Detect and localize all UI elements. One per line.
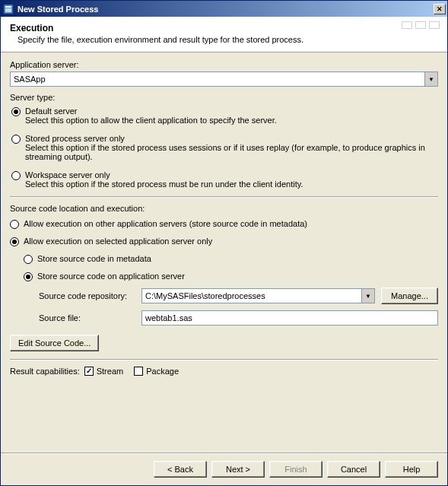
radio-icon xyxy=(10,220,19,229)
radio-default-server[interactable]: Default server Select this option to all… xyxy=(11,106,438,125)
wizard-button-row: < Back Next > Finish Cancel Help xyxy=(1,453,447,485)
radio-icon xyxy=(24,272,33,281)
repo-row: Source code repository: C:\MySASFiles\st… xyxy=(39,287,438,304)
radio-stored-desc: Select this option if the stored process… xyxy=(25,143,438,161)
package-checkbox[interactable] xyxy=(134,367,143,376)
finish-button: Finish xyxy=(269,461,322,478)
radio-store-metadata[interactable]: Store source code in metadata xyxy=(24,254,438,264)
radio-workspace-desc: Select this option if the stored process… xyxy=(25,179,303,189)
repo-value: C:\MySASFiles\storedprocesses xyxy=(142,289,361,303)
window: New Stored Process ✕ Execution Specify t… xyxy=(0,0,448,486)
sourceloc-label: Source code location and execution: xyxy=(10,204,438,213)
form-body: Application server: SASApp ▼ Server type… xyxy=(1,52,447,453)
window-title: New Stored Process xyxy=(17,5,98,14)
radio-icon xyxy=(10,237,19,246)
page-subtitle: Specify the file, execution environment … xyxy=(10,35,438,44)
servertype-label: Server type: xyxy=(10,93,438,102)
radio-store-appserver-label: Store source code on application server xyxy=(37,272,185,281)
radio-icon xyxy=(11,171,21,180)
edit-source-button[interactable]: Edit Source Code... xyxy=(10,335,99,351)
radio-icon xyxy=(11,135,21,144)
radio-other-servers[interactable]: Allow execution on other application ser… xyxy=(10,219,438,229)
radio-icon xyxy=(24,255,33,264)
svg-rect-2 xyxy=(5,8,11,12)
appserver-combobox[interactable]: SASApp ▼ xyxy=(10,71,438,87)
help-button[interactable]: Help xyxy=(385,461,438,478)
radio-store-metadata-label: Store source code in metadata xyxy=(37,254,151,263)
result-capabilities: Result capabilities: Stream Package xyxy=(10,367,438,376)
radio-stored-title: Stored process server only xyxy=(25,134,438,143)
radio-workspace-server[interactable]: Workspace server only Select this option… xyxy=(11,170,438,189)
chevron-down-icon[interactable]: ▼ xyxy=(361,289,374,303)
back-button[interactable]: < Back xyxy=(154,461,207,478)
cancel-button[interactable]: Cancel xyxy=(327,461,380,478)
radio-other-servers-label: Allow execution on other application ser… xyxy=(24,219,307,228)
results-label: Result capabilities: xyxy=(10,367,80,376)
radio-workspace-title: Workspace server only xyxy=(25,170,303,179)
separator xyxy=(10,196,438,198)
header-decor xyxy=(402,21,440,29)
app-icon xyxy=(2,3,14,15)
radio-default-title: Default server xyxy=(25,106,277,116)
header-panel: Execution Specify the file, execution en… xyxy=(1,17,447,52)
radio-default-desc: Select this option to allow the client a… xyxy=(25,116,277,125)
chevron-down-icon[interactable]: ▼ xyxy=(424,72,437,86)
radio-selected-only[interactable]: Allow execution on selected application … xyxy=(10,237,438,246)
next-button[interactable]: Next > xyxy=(211,461,265,478)
titlebar: New Stored Process ✕ xyxy=(1,1,447,17)
package-label: Package xyxy=(146,367,179,376)
radio-store-appserver[interactable]: Store source code on application server xyxy=(24,272,438,281)
page-title: Execution xyxy=(10,23,438,33)
sourcefile-input[interactable]: webtab1.sas xyxy=(141,310,438,326)
separator xyxy=(10,359,438,361)
sourcefile-label: Source file: xyxy=(39,313,141,322)
sourcefile-row: Source file: webtab1.sas xyxy=(39,310,438,326)
radio-icon xyxy=(11,107,21,116)
repo-label: Source code repository: xyxy=(39,291,141,300)
manage-button[interactable]: Manage... xyxy=(381,287,438,304)
appserver-value: SASApp xyxy=(11,72,424,86)
repo-combobox[interactable]: C:\MySASFiles\storedprocesses ▼ xyxy=(141,288,375,303)
stream-label: Stream xyxy=(97,367,123,376)
stream-checkbox[interactable] xyxy=(84,367,94,376)
svg-rect-1 xyxy=(5,6,11,8)
radio-stored-server[interactable]: Stored process server only Select this o… xyxy=(11,134,438,161)
radio-selected-only-label: Allow execution on selected application … xyxy=(24,237,212,246)
close-icon[interactable]: ✕ xyxy=(434,4,446,14)
appserver-label: Application server: xyxy=(10,60,438,69)
